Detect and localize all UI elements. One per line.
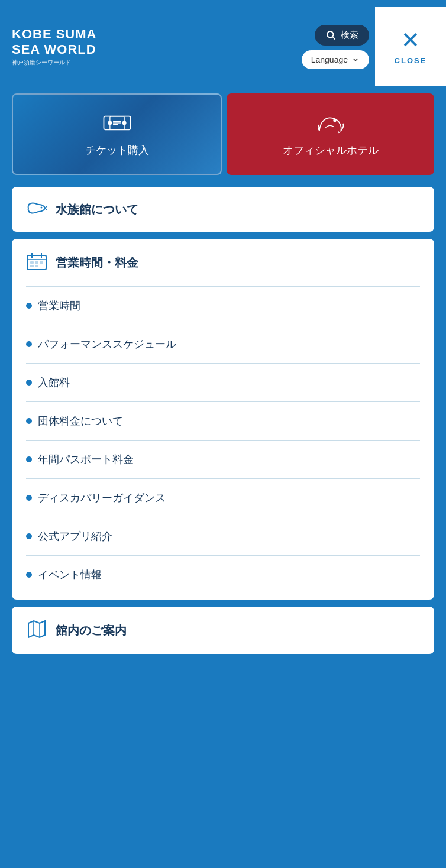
chevron-down-icon [351, 56, 360, 64]
aquarium-section-header[interactable]: 水族館について [12, 187, 434, 232]
hours-fees-section-header[interactable]: 営業時間・料金 [12, 239, 434, 286]
sub-item-label: ディスカバリーガイダンス [38, 491, 166, 505]
hours-fees-section: 営業時間・料金 営業時間 パフォーマンススケジュール 入館料 団体料金について … [12, 239, 434, 600]
bullet-dot [26, 495, 32, 501]
facility-section: 館内のご案内 [12, 607, 434, 654]
svg-point-0 [327, 31, 334, 38]
list-item[interactable]: 入館料 [26, 363, 420, 401]
aquarium-section: 水族館について [12, 187, 434, 232]
bullet-dot [26, 572, 32, 578]
svg-point-4 [108, 121, 111, 124]
svg-point-9 [334, 119, 335, 121]
close-x-icon [401, 29, 420, 51]
search-button[interactable]: 検索 [315, 25, 369, 46]
svg-line-1 [332, 37, 335, 39]
main-action-buttons: チケット購入 オフィシャルホテル [12, 93, 434, 175]
sub-item-label: パフォーマンススケジュール [38, 337, 176, 351]
bullet-dot [26, 533, 32, 539]
hotel-label: オフィシャルホテル [283, 143, 379, 157]
svg-rect-19 [35, 265, 38, 267]
ticket-button[interactable]: チケット購入 [12, 93, 222, 175]
logo-area: KOBE SUMA SEA WORLD 神戸須磨シーワールド [12, 27, 302, 67]
list-item[interactable]: 年間パスポート料金 [26, 440, 420, 478]
hours-fees-section-title: 営業時間・料金 [56, 255, 138, 271]
sub-item-label: 団体料金について [38, 414, 123, 428]
svg-rect-16 [35, 261, 38, 264]
list-item[interactable]: パフォーマンススケジュール [26, 325, 420, 363]
close-button[interactable]: CLOSE [375, 7, 446, 86]
list-item[interactable]: 営業時間 [26, 286, 420, 325]
sub-item-label: 公式アプリ紹介 [38, 529, 112, 543]
sub-item-label: イベント情報 [38, 568, 102, 582]
sub-item-label: 営業時間 [38, 299, 80, 313]
header-controls: 検索 Language [302, 25, 369, 69]
svg-rect-18 [30, 265, 34, 267]
list-item[interactable]: ディスカバリーガイダンス [26, 478, 420, 517]
hotel-icon [315, 111, 346, 135]
close-label: CLOSE [395, 56, 427, 65]
list-item[interactable]: 団体料金について [26, 401, 420, 440]
map-icon [26, 620, 47, 641]
ticket-label: チケット購入 [85, 143, 149, 157]
svg-rect-15 [30, 261, 34, 264]
bullet-dot [26, 303, 32, 309]
list-item[interactable]: イベント情報 [26, 555, 420, 594]
hotel-button[interactable]: オフィシャルホテル [227, 93, 434, 175]
fish-icon [26, 200, 47, 219]
facility-section-title: 館内のご案内 [56, 623, 127, 639]
svg-rect-17 [40, 261, 43, 264]
logo-title: KOBE SUMA SEA WORLD [12, 27, 302, 58]
bullet-dot [26, 341, 32, 347]
sub-item-label: 年間パスポート料金 [38, 452, 134, 467]
language-button[interactable]: Language [302, 50, 369, 69]
logo-subtitle: 神戸須磨シーワールド [12, 59, 302, 67]
language-label: Language [311, 55, 348, 64]
list-item[interactable]: 公式アプリ紹介 [26, 517, 420, 555]
svg-point-5 [122, 121, 125, 124]
svg-point-10 [41, 207, 43, 209]
hours-fees-sub-items: 営業時間 パフォーマンススケジュール 入館料 団体料金について 年間パスポート料… [12, 286, 434, 600]
bullet-dot [26, 418, 32, 424]
calendar-icon [26, 252, 47, 273]
sub-item-label: 入館料 [38, 375, 70, 390]
aquarium-section-title: 水族館について [56, 202, 138, 218]
search-label: 検索 [341, 30, 358, 41]
search-icon [325, 30, 336, 40]
ticket-icon [102, 111, 132, 135]
facility-section-header[interactable]: 館内のご案内 [12, 607, 434, 654]
bullet-dot [26, 456, 32, 462]
bullet-dot [26, 380, 32, 386]
header: KOBE SUMA SEA WORLD 神戸須磨シーワールド 検索 Langua… [0, 0, 446, 93]
